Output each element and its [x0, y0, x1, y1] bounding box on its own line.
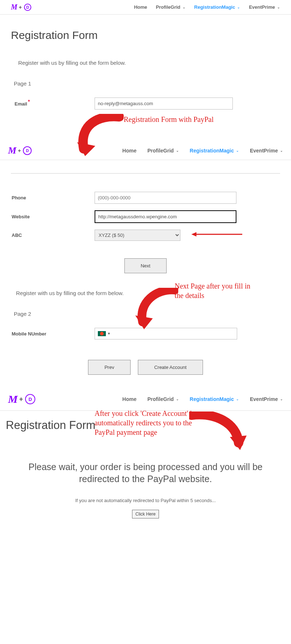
abc-select[interactable]: XYZZ ($ 50) — [95, 230, 180, 241]
email-row: Email* — [11, 98, 280, 110]
website-row: Website — [11, 210, 280, 223]
redirect-hint: If you are not automatically redirected … — [0, 498, 291, 503]
nav-registrationmagic-label: RegistrationMagic — [194, 4, 235, 10]
website-input[interactable] — [95, 210, 236, 223]
chevron-down-icon: ⌄ — [280, 149, 283, 152]
page-title: Registration Form — [11, 29, 280, 41]
logo-m-icon: M — [8, 393, 17, 405]
abc-row: ABC XYZZ ($ 50) — [11, 230, 280, 241]
email-label: Email* — [11, 101, 95, 107]
chevron-down-icon: ⌄ — [176, 149, 179, 152]
logo: M + — [11, 3, 31, 11]
website-label: Website — [11, 214, 95, 219]
logo-plus-icon: + — [19, 4, 22, 10]
nav-registrationmagic[interactable]: RegistrationMagic⌄ — [190, 396, 239, 402]
nav-eventprime-label: EventPrime — [249, 4, 275, 10]
flag-bangladesh-icon — [98, 331, 106, 336]
create-account-button[interactable]: Create Account — [138, 360, 203, 375]
logo-d-icon — [24, 4, 31, 11]
curved-arrow-icon-3 — [189, 412, 247, 452]
caret-down-icon: ▼ — [107, 332, 111, 335]
logo-plus-icon: + — [18, 148, 21, 154]
top-nav-2: M + Home ProfileGrid⌄ RegistrationMagic⌄… — [0, 142, 291, 160]
chevron-down-icon: ⌄ — [277, 5, 280, 9]
annotation-1-wrap: Registration Form with PayPal — [11, 116, 280, 142]
logo-m-icon: M — [11, 3, 17, 11]
nav-eventprime[interactable]: EventPrime⌄ — [249, 4, 280, 10]
phone-input[interactable] — [95, 192, 236, 204]
nav-links-2: Home ProfileGrid⌄ RegistrationMagic⌄ Eve… — [122, 148, 283, 154]
phone-row: Phone — [11, 192, 280, 204]
top-nav-3: M + Home ProfileGrid⌄ RegistrationMagic⌄… — [0, 388, 291, 411]
logo-m-icon: M — [8, 145, 16, 156]
nav-registrationmagic-label: RegistrationMagic — [190, 396, 234, 402]
chevron-down-icon: ⌄ — [237, 5, 240, 9]
nav-profilegrid[interactable]: ProfileGrid⌄ — [156, 4, 186, 10]
nav-home[interactable]: Home — [122, 396, 136, 402]
chevron-down-icon: ⌄ — [236, 397, 239, 401]
chevron-down-icon: ⌄ — [236, 149, 239, 152]
annotation-text-2: Next Page after you fill in the details — [175, 281, 258, 300]
page2-buttons: Prev Create Account — [11, 360, 280, 375]
nav-links-3: Home ProfileGrid⌄ RegistrationMagic⌄ Eve… — [122, 396, 283, 402]
logo-3: M + — [8, 393, 35, 405]
nav-profilegrid[interactable]: ProfileGrid⌄ — [147, 396, 179, 402]
wait-message: Please wait, your order is being process… — [7, 461, 284, 485]
nav-links: Home ProfileGrid⌄ RegistrationMagic⌄ Eve… — [134, 4, 280, 10]
nav-registrationmagic-label: RegistrationMagic — [190, 148, 234, 154]
annotation-text-1: Registration Form with PayPal — [124, 115, 218, 124]
chevron-down-icon: ⌄ — [280, 397, 283, 401]
nav-profilegrid-label: ProfileGrid — [147, 148, 174, 154]
curved-arrow-icon-1 — [76, 114, 124, 158]
phone-label: Phone — [11, 195, 95, 200]
nav-profilegrid-label: ProfileGrid — [147, 396, 174, 402]
section-2: Phone Website ABC XYZZ ($ 50) Next Next … — [0, 173, 291, 375]
required-star: * — [28, 99, 30, 104]
curved-arrow-icon-2 — [135, 288, 178, 331]
logo-plus-icon: + — [19, 395, 23, 403]
nav-eventprime[interactable]: EventPrime⌄ — [250, 396, 283, 402]
nav-profilegrid-label: ProfileGrid — [156, 4, 180, 10]
logo-d-icon — [23, 146, 32, 155]
mobile-label: Mobile NUmber — [11, 331, 95, 337]
page-label-1: Page 1 — [14, 80, 280, 87]
top-nav-1: M + Home ProfileGrid⌄ RegistrationMagic⌄… — [0, 0, 291, 15]
chevron-down-icon: ⌄ — [183, 5, 186, 9]
next-button[interactable]: Next — [124, 258, 167, 273]
logo-2: M + — [8, 145, 32, 156]
nav-registrationmagic[interactable]: RegistrationMagic⌄ — [194, 4, 240, 10]
straight-arrow-icon — [191, 231, 242, 238]
next-row: Next — [11, 258, 280, 273]
intro-text: Register with us by filling out the form… — [18, 60, 280, 66]
chevron-down-icon: ⌄ — [176, 397, 179, 401]
email-input[interactable] — [95, 98, 233, 110]
annotation-2-wrap: Next Page after you fill in the details … — [11, 290, 280, 296]
nav-home[interactable]: Home — [122, 148, 136, 154]
section-3: Registration Form After you click 'Creat… — [0, 419, 291, 518]
nav-eventprime[interactable]: EventPrime⌄ — [250, 148, 283, 154]
prev-button[interactable]: Prev — [88, 360, 131, 375]
nav-eventprime-label: EventPrime — [250, 148, 278, 154]
nav-home[interactable]: Home — [134, 4, 147, 10]
nav-registrationmagic[interactable]: RegistrationMagic⌄ — [190, 148, 239, 154]
nav-profilegrid[interactable]: ProfileGrid⌄ — [147, 148, 179, 154]
section-1: Registration Form Register with us by fi… — [0, 29, 291, 142]
divider — [11, 173, 280, 174]
logo-d-icon — [25, 394, 35, 404]
abc-label: ABC — [11, 232, 95, 238]
click-here-button[interactable]: Click Here — [132, 510, 159, 518]
nav-eventprime-label: EventPrime — [250, 396, 278, 402]
annotation-text-3: After you click 'Create Account' it auto… — [95, 409, 204, 437]
